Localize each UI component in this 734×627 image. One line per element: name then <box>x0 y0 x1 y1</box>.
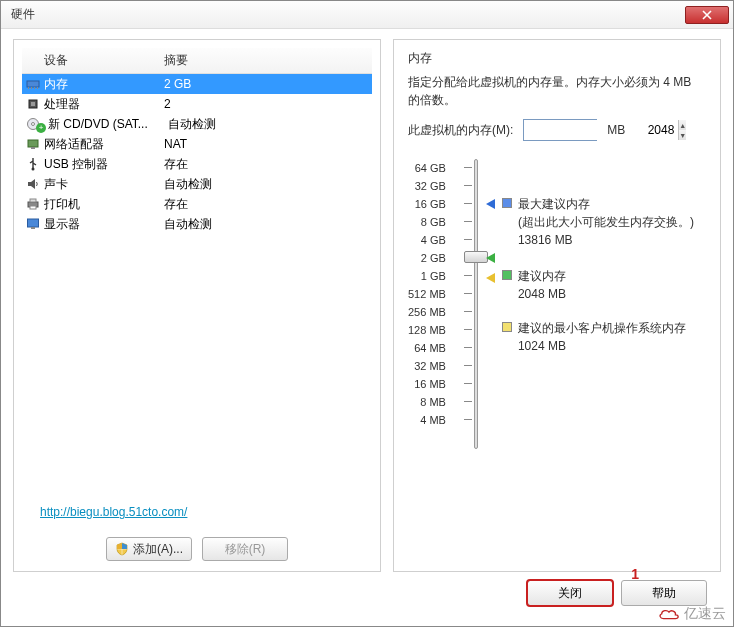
shield-icon <box>115 542 129 556</box>
device-label: USB 控制器 <box>44 156 164 173</box>
legend-max-note: (超出此大小可能发生内存交换。) <box>518 213 694 231</box>
legend-max-title: 最大建议内存 <box>518 195 694 213</box>
tick-label: 32 MB <box>414 357 446 375</box>
memory-input-row: 此虚拟机的内存(M): ▲ ▼ MB <box>408 119 706 141</box>
memory-description: 指定分配给此虚拟机的内存量。内存大小必须为 4 MB 的倍数。 <box>408 73 706 109</box>
blog-link[interactable]: http://biegu.blog.51cto.com/ <box>40 505 372 519</box>
help-button[interactable]: 帮助 <box>621 580 707 606</box>
device-summary: 自动检测 <box>164 176 370 193</box>
header-device: 设备 <box>24 52 164 69</box>
slider-track <box>474 159 478 449</box>
legend-rec-title: 建议内存 <box>518 267 566 285</box>
table-row[interactable]: +新 CD/DVD (SAT...自动检测 <box>22 114 372 134</box>
tick-mark <box>464 203 472 204</box>
tick-label: 64 MB <box>414 339 446 357</box>
memory-field-label: 此虚拟机的内存(M): <box>408 122 513 139</box>
window-close-button[interactable] <box>685 6 729 24</box>
table-row[interactable]: 内存2 GB <box>22 74 372 94</box>
remove-device-button[interactable]: 移除(R) <box>202 537 288 561</box>
marker-min-icon <box>486 273 495 283</box>
legend-min-title: 建议的最小客户机操作系统内存 <box>518 319 686 337</box>
memory-icon <box>24 77 42 91</box>
memory-input[interactable] <box>524 120 678 140</box>
table-header: 设备 摘要 <box>22 48 372 74</box>
svg-rect-3 <box>34 87 35 89</box>
usb-icon <box>24 157 42 171</box>
titlebar: 硬件 <box>1 1 733 29</box>
table-row[interactable]: USB 控制器存在 <box>22 154 372 174</box>
cpu-icon <box>24 97 42 111</box>
device-summary: NAT <box>164 137 370 151</box>
tick-label: 64 GB <box>415 159 446 177</box>
tick-label: 4 GB <box>421 231 446 249</box>
device-summary: 自动检测 <box>168 116 370 133</box>
svg-rect-0 <box>27 81 39 87</box>
network-icon <box>24 137 42 151</box>
device-summary: 存在 <box>164 156 370 173</box>
tick-mark <box>464 419 472 420</box>
spinner-up[interactable]: ▲ <box>679 120 686 130</box>
device-table: 设备 摘要 内存2 GB处理器2+新 CD/DVD (SAT...自动检测网络适… <box>22 48 372 495</box>
svg-rect-13 <box>30 199 36 202</box>
spinner-down[interactable]: ▼ <box>679 130 686 140</box>
tick-label: 4 MB <box>420 411 446 429</box>
device-label: 内存 <box>44 76 164 93</box>
tick-mark <box>464 401 472 402</box>
tick-label: 128 MB <box>408 321 446 339</box>
memory-slider[interactable] <box>454 159 494 449</box>
table-row[interactable]: 打印机存在 <box>22 194 372 214</box>
table-row[interactable]: 声卡自动检测 <box>22 174 372 194</box>
tick-mark <box>464 239 472 240</box>
close-button[interactable]: 关闭 <box>527 580 613 606</box>
hardware-dialog: 硬件 设备 摘要 内存2 GB处理器2+新 CD/DVD (SAT...自动检测… <box>0 0 734 627</box>
svg-rect-9 <box>28 140 38 147</box>
table-row[interactable]: 处理器2 <box>22 94 372 114</box>
slider-handle[interactable] <box>464 251 488 263</box>
legend-box-yellow <box>502 322 512 332</box>
svg-rect-15 <box>28 219 39 227</box>
tick-mark <box>464 293 472 294</box>
device-summary: 2 <box>164 97 370 111</box>
svg-rect-2 <box>31 87 32 89</box>
tick-label: 8 MB <box>420 393 446 411</box>
marker-rec-icon <box>486 253 495 263</box>
memory-legend: 最大建议内存 (超出此大小可能发生内存交换。) 13816 MB 建议内存 20… <box>502 159 694 449</box>
cloud-icon <box>658 606 680 622</box>
svg-rect-1 <box>28 87 29 89</box>
device-summary: 2 GB <box>164 77 370 91</box>
memory-spinner[interactable]: ▲ ▼ <box>523 119 597 141</box>
device-label: 处理器 <box>44 96 164 113</box>
device-label: 新 CD/DVD (SAT... <box>48 116 168 133</box>
tick-label: 16 GB <box>415 195 446 213</box>
svg-rect-16 <box>31 227 35 229</box>
device-label: 显示器 <box>44 216 164 233</box>
legend-box-blue <box>502 198 512 208</box>
tick-label: 8 GB <box>421 213 446 231</box>
tick-mark <box>464 347 472 348</box>
table-row[interactable]: 显示器自动检测 <box>22 214 372 234</box>
table-row[interactable]: 网络适配器NAT <box>22 134 372 154</box>
svg-point-11 <box>32 168 35 171</box>
window-title: 硬件 <box>11 6 685 23</box>
printer-icon <box>24 197 42 211</box>
memory-unit: MB <box>607 123 625 137</box>
memory-slider-area: 64 GB32 GB16 GB8 GB4 GB2 GB1 GB512 MB256… <box>408 159 706 449</box>
tick-label: 512 MB <box>408 285 446 303</box>
tick-label: 256 MB <box>408 303 446 321</box>
svg-point-8 <box>32 123 35 126</box>
legend-min-value: 1024 MB <box>518 337 686 355</box>
sound-icon <box>24 177 42 191</box>
tick-label: 1 GB <box>421 267 446 285</box>
device-label: 网络适配器 <box>44 136 164 153</box>
svg-rect-4 <box>37 87 38 89</box>
memory-panel: 内存 指定分配给此虚拟机的内存量。内存大小必须为 4 MB 的倍数。 此虚拟机的… <box>393 39 721 572</box>
device-list-panel: 设备 摘要 内存2 GB处理器2+新 CD/DVD (SAT...自动检测网络适… <box>13 39 381 572</box>
tick-mark <box>464 365 472 366</box>
content-area: 设备 摘要 内存2 GB处理器2+新 CD/DVD (SAT...自动检测网络适… <box>1 29 733 626</box>
tick-mark <box>464 185 472 186</box>
add-device-button[interactable]: 添加(A)... <box>106 537 192 561</box>
device-summary: 自动检测 <box>164 216 370 233</box>
tick-mark <box>464 275 472 276</box>
tick-mark <box>464 311 472 312</box>
tick-mark <box>464 167 472 168</box>
